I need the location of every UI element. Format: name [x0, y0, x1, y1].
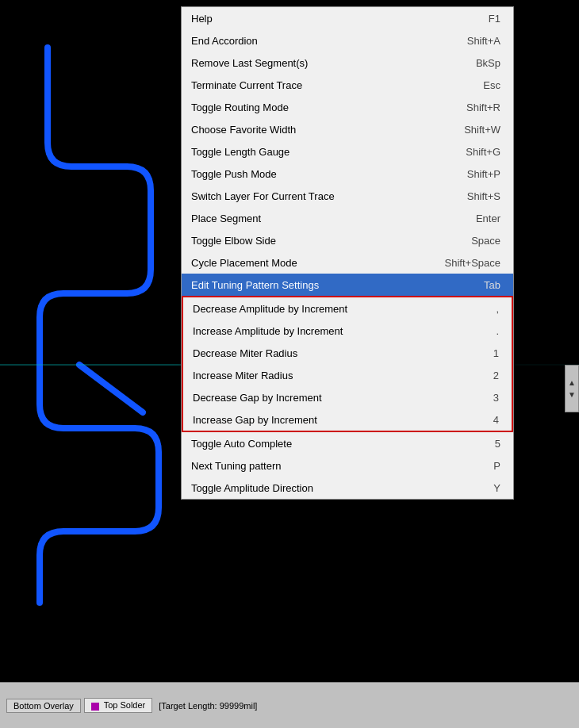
menu-item-toggle-auto-complete[interactable]: Toggle Auto Complete 5	[182, 432, 513, 454]
menu-item-label-increase-miter-radius: Increase Miter Radius	[193, 370, 477, 381]
menu-item-label-terminate-current-trace: Terminate Current Trace	[191, 79, 467, 91]
menu-item-toggle-routing-mode[interactable]: Toggle Routing Mode Shift+R	[182, 96, 513, 118]
menu-item-shortcut-decrease-amplitude: ,	[496, 303, 499, 315]
menu-item-shortcut-toggle-push-mode: Shift+P	[467, 168, 500, 180]
scroll-indicator[interactable]: ▲ ▼	[565, 365, 579, 412]
menu-item-shortcut-toggle-amplitude-direction: Y	[493, 482, 500, 494]
menu-item-decrease-gap[interactable]: Decrease Gap by Increment 3	[183, 386, 512, 408]
menu-item-label-next-tuning-pattern: Next Tuning pattern	[191, 460, 477, 472]
menu-item-label-edit-tuning-pattern: Edit Tuning Pattern Settings	[191, 279, 468, 291]
target-length-status: [Target Length: 99999mil]	[155, 699, 260, 712]
bottom-overlay-label: Bottom Overlay	[13, 701, 74, 711]
menu-item-shortcut-increase-amplitude: .	[496, 325, 499, 337]
menu-item-increase-gap[interactable]: Increase Gap by Increment 4	[183, 408, 512, 431]
menu-item-shortcut-choose-favorite-width: Shift+W	[464, 124, 500, 136]
bottom-overlay-tab[interactable]: Bottom Overlay	[6, 699, 81, 713]
menu-item-end-accordion[interactable]: End Accordion Shift+A	[182, 29, 513, 52]
menu-item-label-toggle-auto-complete: Toggle Auto Complete	[191, 438, 479, 450]
menu-item-shortcut-place-segment: Enter	[476, 213, 500, 224]
menu-item-toggle-push-mode[interactable]: Toggle Push Mode Shift+P	[182, 163, 513, 185]
status-bar: Bottom Overlay Top Solder [Target Length…	[0, 682, 579, 728]
menu-item-shortcut-increase-gap: 4	[493, 414, 499, 426]
menu-item-label-remove-last-segment: Remove Last Segment(s)	[191, 57, 460, 69]
menu-item-place-segment[interactable]: Place Segment Enter	[182, 207, 513, 229]
top-solder-label: Top Solder	[104, 700, 146, 710]
menu-item-label-place-segment: Place Segment	[191, 213, 460, 224]
menu-item-shortcut-switch-layer: Shift+S	[467, 190, 500, 202]
menu-item-label-toggle-elbow-side: Toggle Elbow Side	[191, 235, 455, 247]
menu-item-label-toggle-push-mode: Toggle Push Mode	[191, 168, 451, 180]
menu-item-decrease-amplitude[interactable]: Decrease Amplitude by Increment ,	[183, 297, 512, 320]
menu-item-shortcut-help: F1	[489, 13, 500, 25]
menu-item-label-switch-layer: Switch Layer For Current Trace	[191, 190, 451, 202]
menu-item-label-cycle-placement-mode: Cycle Placement Mode	[191, 257, 429, 269]
menu-item-toggle-elbow-side[interactable]: Toggle Elbow Side Space	[182, 229, 513, 251]
menu-item-shortcut-cycle-placement-mode: Shift+Space	[445, 257, 500, 269]
menu-item-shortcut-remove-last-segment: BkSp	[476, 57, 500, 69]
menu-item-increase-amplitude[interactable]: Increase Amplitude by Increment .	[183, 320, 512, 342]
menu-item-label-decrease-gap: Decrease Gap by Increment	[193, 392, 477, 404]
menu-item-shortcut-toggle-elbow-side: Space	[471, 235, 500, 247]
menu-item-terminate-current-trace[interactable]: Terminate Current Trace Esc	[182, 74, 513, 96]
menu-item-label-decrease-miter-radius: Decrease Miter Radius	[193, 347, 477, 359]
menu-item-cycle-placement-mode[interactable]: Cycle Placement Mode Shift+Space	[182, 251, 513, 274]
menu-item-label-toggle-routing-mode: Toggle Routing Mode	[191, 102, 451, 113]
menu-item-shortcut-toggle-auto-complete: 5	[495, 438, 500, 450]
menu-item-decrease-miter-radius[interactable]: Decrease Miter Radius 1	[183, 342, 512, 364]
red-border-section: Decrease Amplitude by Increment , Increa…	[182, 296, 513, 432]
menu-item-shortcut-end-accordion: Shift+A	[467, 35, 500, 47]
menu-item-shortcut-terminate-current-trace: Esc	[483, 79, 500, 91]
menu-item-switch-layer[interactable]: Switch Layer For Current Trace Shift+S	[182, 185, 513, 207]
top-solder-tab[interactable]: Top Solder	[84, 698, 152, 712]
menu-item-shortcut-decrease-gap: 3	[493, 392, 499, 404]
menu-item-label-end-accordion: End Accordion	[191, 35, 451, 47]
menu-item-shortcut-toggle-length-gauge: Shift+G	[466, 146, 500, 158]
menu-item-label-increase-gap: Increase Gap by Increment	[193, 414, 477, 426]
menu-item-shortcut-edit-tuning-pattern: Tab	[484, 279, 500, 291]
menu-item-next-tuning-pattern[interactable]: Next Tuning pattern P	[182, 454, 513, 477]
menu-item-remove-last-segment[interactable]: Remove Last Segment(s) BkSp	[182, 52, 513, 74]
menu-item-toggle-length-gauge[interactable]: Toggle Length Gauge Shift+G	[182, 140, 513, 163]
menu-item-label-help: Help	[191, 13, 473, 25]
menu-item-shortcut-next-tuning-pattern: P	[493, 460, 500, 472]
menu-item-increase-miter-radius[interactable]: Increase Miter Radius 2	[183, 364, 512, 386]
menu-item-label-decrease-amplitude: Decrease Amplitude by Increment	[193, 303, 480, 315]
menu-item-label-toggle-length-gauge: Toggle Length Gauge	[191, 146, 450, 158]
menu-item-edit-tuning-pattern[interactable]: Edit Tuning Pattern Settings Tab	[182, 274, 513, 296]
menu-item-toggle-amplitude-direction[interactable]: Toggle Amplitude Direction Y	[182, 477, 513, 499]
menu-item-help[interactable]: Help F1	[182, 7, 513, 29]
top-solder-color	[91, 703, 99, 711]
menu-item-label-increase-amplitude: Increase Amplitude by Increment	[193, 325, 480, 337]
menu-item-choose-favorite-width[interactable]: Choose Favorite Width Shift+W	[182, 118, 513, 140]
menu-item-shortcut-increase-miter-radius: 2	[493, 370, 499, 381]
context-menu: Help F1 End Accordion Shift+A Remove Las…	[181, 6, 514, 500]
menu-item-label-choose-favorite-width: Choose Favorite Width	[191, 124, 448, 136]
menu-item-label-toggle-amplitude-direction: Toggle Amplitude Direction	[191, 482, 477, 494]
menu-item-shortcut-toggle-routing-mode: Shift+R	[466, 102, 500, 113]
menu-item-shortcut-decrease-miter-radius: 1	[493, 347, 499, 359]
